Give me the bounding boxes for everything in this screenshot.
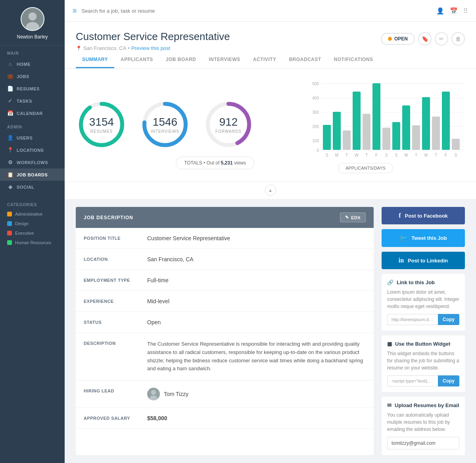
- sidebar-item-locations[interactable]: 📍 LOCATIONS: [0, 144, 65, 156]
- category-design[interactable]: Design: [0, 219, 65, 228]
- job-description-panel: JOB DESCRIPTION ✎ EDIt POSITION TITLE Cu…: [76, 207, 374, 455]
- sidebar-item-label: JOBS: [17, 74, 29, 79]
- panel-header: JOB DESCRIPTION ✎ EDIt: [76, 207, 374, 228]
- edit-label: EDIt: [351, 215, 361, 220]
- edit-button[interactable]: ✏: [435, 32, 448, 46]
- desc-row-status: STATUS Open: [76, 312, 374, 333]
- svg-text:100: 100: [312, 139, 319, 143]
- tabs-bar: SUMMARY APPLICANTS JOB BOARD INTERVIEWS …: [65, 51, 476, 69]
- totals-label: TOTALS • Out of: [184, 160, 219, 166]
- sidebar-item-users[interactable]: 👤 USERS: [0, 132, 65, 144]
- field-label-position-title: POSITION TITLE: [84, 235, 147, 241]
- twitter-button[interactable]: 🐦 Tweet this Job: [382, 229, 465, 247]
- category-administrative[interactable]: Administrative: [0, 209, 65, 219]
- totals-pill: TOTALS • Out of 5,231 views: [176, 157, 254, 169]
- collapse-button[interactable]: ▲: [265, 185, 276, 196]
- copy-widget-button[interactable]: Copy: [438, 375, 459, 386]
- sidebar-item-calendar[interactable]: 📅 CALENDAR: [0, 107, 65, 119]
- desc-row-salary: APPROVED SALARY $58,000: [76, 408, 374, 429]
- pencil-edit-icon: ✎: [345, 215, 349, 220]
- status-open-button[interactable]: OPEN: [381, 33, 415, 45]
- bookmark-button[interactable]: 🔖: [418, 32, 432, 46]
- link-copy-row: Copy: [387, 314, 459, 325]
- job-header-actions: OPEN 🔖 ✏ 🗑: [381, 32, 465, 46]
- facebook-button[interactable]: f Post to Facebook: [382, 207, 465, 224]
- desc-row-description: DESCRIPTION The Customer Service Represe…: [76, 333, 374, 381]
- tab-summary[interactable]: SUMMARY: [76, 51, 114, 68]
- svg-text:S: S: [455, 153, 457, 157]
- sidebar-item-jobs[interactable]: 💼 JOBS: [0, 70, 65, 82]
- svg-rect-33: [442, 92, 450, 150]
- menu-icon[interactable]: ≡: [73, 7, 77, 15]
- field-value-status: Open: [147, 319, 366, 325]
- forwards-count: 912: [215, 116, 242, 128]
- linkedin-button[interactable]: in Post to Linkedin: [382, 252, 465, 269]
- sidebar-item-workflows[interactable]: ⚙ WORKFLOWS: [0, 156, 65, 168]
- widget-icon: ▦: [387, 341, 392, 347]
- pencil-icon: ✏: [439, 36, 444, 42]
- main-section-label: Main: [0, 46, 65, 58]
- sidebar-item-job-boards[interactable]: 📋 JOB BOARDS: [0, 168, 65, 181]
- sidebar-item-resumes[interactable]: 📄 RESUMES: [0, 82, 65, 95]
- sidebar-item-home[interactable]: ⌂ HOME: [0, 58, 65, 70]
- search-input[interactable]: [82, 8, 432, 14]
- svg-text:W: W: [355, 153, 359, 157]
- user-icon[interactable]: 👤: [436, 7, 444, 15]
- calendar-top-icon[interactable]: 📅: [450, 7, 458, 15]
- bookmark-icon: 🔖: [422, 36, 428, 42]
- svg-text:T: T: [415, 153, 417, 157]
- widget-copy-row: Copy: [387, 375, 459, 386]
- svg-text:T: T: [435, 153, 437, 157]
- home-icon: ⌂: [7, 61, 13, 67]
- category-hr[interactable]: Human Resources: [0, 238, 65, 247]
- svg-rect-34: [452, 139, 460, 150]
- svg-rect-30: [412, 125, 420, 150]
- desc-row-hiring-lead: HIRING LEAD Tom Tizzy: [76, 381, 374, 408]
- svg-rect-31: [422, 97, 430, 150]
- upload-email-input[interactable]: [387, 437, 459, 450]
- resumes-count: 3154: [89, 116, 114, 128]
- category-label: Human Resources: [15, 240, 51, 245]
- hiring-lead-name: Tom Tizzy: [164, 391, 188, 397]
- tab-interviews[interactable]: INTERVIEWS: [202, 51, 246, 68]
- tab-activity[interactable]: ACTIVITY: [247, 51, 283, 68]
- sidebar-item-tasks[interactable]: ✓ TASKS: [0, 95, 65, 107]
- sidebar: Newton Barley Main ⌂ HOME 💼 JOBS 📄 RESUM…: [0, 0, 65, 463]
- sidebar-item-label: CALENDAR: [17, 111, 43, 116]
- svg-rect-28: [392, 122, 400, 150]
- tab-notifications[interactable]: NOTIFICATIONS: [328, 51, 380, 68]
- field-value-salary: $58,000: [147, 415, 366, 421]
- tab-broadcast[interactable]: BROADCAST: [282, 51, 327, 68]
- users-icon: 👤: [7, 135, 13, 141]
- category-executive[interactable]: Executive: [0, 228, 65, 238]
- category-dot: [7, 240, 12, 245]
- category-dot: [7, 221, 12, 226]
- delete-button[interactable]: 🗑: [451, 32, 465, 46]
- workflows-icon: ⚙: [7, 159, 13, 165]
- link-job-block: 🔗 Link to this Job Lorem ipsum dolor sit…: [382, 274, 465, 331]
- svg-text:M: M: [335, 153, 338, 157]
- field-value-position-title: Customer Service Representative: [147, 235, 366, 241]
- link-url-input[interactable]: [387, 314, 438, 325]
- sidebar-item-label: LOCATIONS: [17, 148, 44, 153]
- copy-link-button[interactable]: Copy: [438, 314, 459, 325]
- widget-code-input[interactable]: [387, 375, 438, 386]
- edit-description-button[interactable]: ✎ EDIt: [340, 212, 366, 222]
- svg-text:0: 0: [317, 148, 319, 153]
- sidebar-item-social[interactable]: ◈ SOCIAL: [0, 181, 65, 193]
- twitter-icon: 🐦: [399, 234, 407, 242]
- circles-row: 3154 RESUMES 1546 INTERVIEW: [76, 99, 254, 150]
- grid-icon[interactable]: ⠿: [463, 7, 468, 15]
- svg-text:S: S: [385, 153, 388, 157]
- tab-job-board[interactable]: JOB BOARD: [159, 51, 203, 68]
- widget-block: ▦ Use the Button Widget This widget embe…: [382, 335, 465, 392]
- linkedin-icon: in: [399, 257, 404, 264]
- svg-rect-27: [382, 128, 390, 150]
- tab-applicants[interactable]: APPLICANTS: [114, 51, 159, 68]
- preview-post-link[interactable]: Preview this post: [131, 45, 170, 51]
- category-label: Executive: [15, 231, 34, 235]
- social-icon: ◈: [7, 184, 13, 190]
- job-location: 📍 San Francisco, CA • Preview this post: [76, 45, 230, 51]
- bar-chart-svg: 500 400 300 200 100 0: [310, 80, 465, 160]
- stats-area: 3154 RESUMES 1546 INTERVIEW: [65, 69, 476, 181]
